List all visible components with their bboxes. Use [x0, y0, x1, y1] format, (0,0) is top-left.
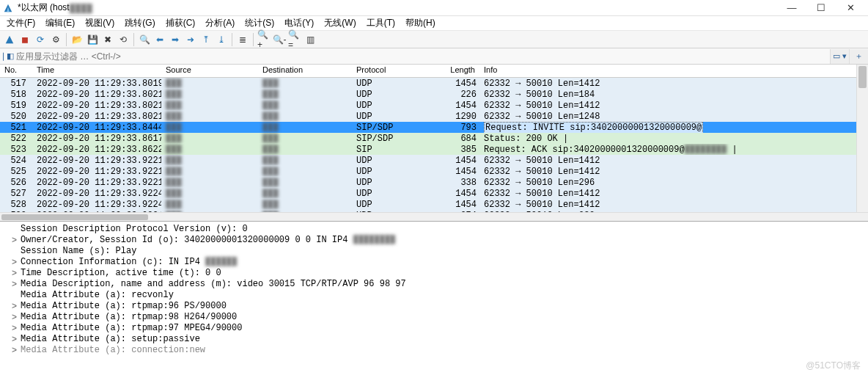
menu-bar: 文件(F) 编辑(E) 视图(V) 跳转(G) 捕获(C) 分析(A) 统计(S…	[0, 16, 868, 31]
start-capture-icon[interactable]	[2, 32, 17, 47]
cell-len: 1454	[399, 199, 479, 210]
expand-icon[interactable]: >	[12, 301, 21, 311]
cell-no: 522	[0, 133, 32, 144]
detail-line[interactable]: >Owner/Creator, Session Id (o): 34020000…	[0, 234, 868, 245]
col-header-source[interactable]: Source	[161, 65, 258, 77]
cell-time: 2022-09-20 11:29:33.802148	[32, 100, 161, 111]
cell-info: 62332 → 50010 Len=1248	[479, 111, 868, 122]
stop-capture-icon[interactable]: ◼	[18, 32, 32, 47]
reload-icon[interactable]: ⟲	[116, 32, 130, 47]
table-row[interactable]: 5292022-09-20 11:29:33.922448██████UDP27…	[0, 210, 868, 212]
menu-view[interactable]: 视图(V)	[80, 15, 119, 31]
zoom-reset-icon[interactable]: 🔍=	[287, 32, 302, 47]
watermark: @51CTO博客	[806, 360, 861, 372]
cell-no: 525	[0, 166, 32, 177]
menu-capture[interactable]: 捕获(C)	[161, 15, 201, 31]
cell-dst: ███	[258, 155, 352, 166]
cell-no: 523	[0, 144, 32, 155]
cell-src: ███	[161, 111, 258, 122]
detail-line[interactable]: Session Description Protocol Version (v)…	[0, 223, 868, 234]
display-filter-input[interactable]	[13, 49, 830, 64]
expand-icon[interactable]: >	[12, 345, 21, 355]
table-row[interactable]: 5192022-09-20 11:29:33.802148██████UDP14…	[0, 100, 868, 111]
table-row[interactable]: 5232022-09-20 11:29:33.862225██████SIP38…	[0, 144, 868, 155]
capture-options-icon[interactable]: ⚙	[48, 32, 63, 47]
go-last-icon[interactable]: ⤓	[214, 32, 229, 47]
table-row[interactable]: 5172022-09-20 11:29:33.801919██████UDP14…	[0, 78, 868, 89]
table-row[interactable]: 5252022-09-20 11:29:33.922165██████UDP14…	[0, 166, 868, 177]
expand-icon[interactable]: >	[12, 235, 21, 245]
cell-proto: SIP/SDP	[352, 133, 399, 144]
close-file-icon[interactable]: ✖	[100, 32, 115, 47]
open-file-icon[interactable]: 📂	[70, 32, 84, 47]
col-header-dest[interactable]: Destination	[258, 65, 352, 77]
expand-icon[interactable]: >	[12, 268, 21, 278]
cell-len: 1454	[399, 155, 479, 166]
go-forward-icon[interactable]: ➡	[168, 32, 183, 47]
col-header-length[interactable]: Length	[399, 65, 479, 77]
expand-icon[interactable]: >	[12, 334, 21, 344]
vertical-scroll-thumb[interactable]	[858, 66, 867, 88]
detail-line[interactable]: >Media Description, name and address (m)…	[0, 278, 868, 289]
detail-line[interactable]: Media Attribute (a): recvonly	[0, 289, 868, 300]
expand-icon[interactable]: >	[12, 312, 21, 322]
add-filter-button[interactable]: ＋	[849, 49, 868, 64]
autoscroll-icon[interactable]: ≣	[235, 32, 250, 47]
detail-line[interactable]: >Media Attribute (a): setup:passive	[0, 333, 868, 344]
packet-list-header: No. Time Source Destination Protocol Len…	[0, 65, 868, 78]
table-row[interactable]: 5282022-09-20 11:29:33.922447██████UDP14…	[0, 199, 868, 210]
menu-tools[interactable]: 工具(T)	[361, 15, 400, 31]
expand-icon[interactable]: >	[12, 323, 21, 333]
table-row[interactable]: 5242022-09-20 11:29:33.922145██████UDP14…	[0, 155, 868, 166]
table-row[interactable]: 5212022-09-20 11:29:33.844465██████SIP/S…	[0, 122, 868, 133]
horizontal-scroll-thumb[interactable]	[1, 214, 148, 220]
col-header-time[interactable]: Time	[32, 65, 161, 77]
go-back-icon[interactable]: ⬅	[152, 32, 167, 47]
cell-src: ███	[161, 166, 258, 177]
detail-line[interactable]: >Media Attribute (a): connection:new	[0, 344, 868, 355]
save-file-icon[interactable]: 💾	[85, 32, 100, 47]
detail-line[interactable]: >Time Description, active time (t): 0 0	[0, 267, 868, 278]
expression-button[interactable]: ▭ ▾	[830, 49, 849, 64]
expand-icon[interactable]: >	[12, 257, 21, 267]
expand-icon[interactable]: >	[12, 279, 21, 289]
table-row[interactable]: 5202022-09-20 11:29:33.802165██████UDP12…	[0, 111, 868, 122]
close-button[interactable]: ✕	[836, 0, 865, 16]
vertical-scrollbar[interactable]	[856, 65, 868, 212]
menu-analyze[interactable]: 分析(A)	[200, 15, 240, 31]
menu-edit[interactable]: 编辑(E)	[40, 15, 80, 31]
col-header-proto[interactable]: Protocol	[352, 65, 399, 77]
table-row[interactable]: 5222022-09-20 11:29:33.861747██████SIP/S…	[0, 133, 868, 144]
find-icon[interactable]: 🔍	[137, 32, 152, 47]
zoom-out-icon[interactable]: 🔍-	[272, 32, 287, 47]
detail-line[interactable]: >Media Attribute (a): rtpmap:97 MPEG4/90…	[0, 322, 868, 333]
restart-capture-icon[interactable]: ⟳	[33, 32, 48, 47]
detail-line[interactable]: >Media Attribute (a): rtpmap:96 PS/90000	[0, 300, 868, 311]
col-header-no[interactable]: No.	[0, 65, 32, 77]
zoom-in-icon[interactable]: 🔍+	[257, 32, 271, 47]
packet-list-body[interactable]: 5172022-09-20 11:29:33.801919██████UDP14…	[0, 78, 868, 212]
cell-no: 528	[0, 199, 32, 210]
bookmark-filter-icon[interactable]: ❘◧	[0, 51, 13, 61]
table-row[interactable]: 5262022-09-20 11:29:33.922167██████UDP33…	[0, 177, 868, 188]
horizontal-scrollbar[interactable]	[0, 212, 868, 221]
table-row[interactable]: 5182022-09-20 11:29:33.802147██████UDP22…	[0, 89, 868, 100]
maximize-button[interactable]: ☐	[806, 0, 836, 16]
resize-columns-icon[interactable]: ▥	[303, 32, 317, 47]
detail-line[interactable]: Session Name (s): Play	[0, 245, 868, 256]
menu-help[interactable]: 帮助(H)	[400, 15, 441, 31]
cell-time: 2022-09-20 11:29:33.922448	[32, 210, 161, 212]
cell-no: 527	[0, 188, 32, 199]
table-row[interactable]: 5272022-09-20 11:29:33.922445██████UDP14…	[0, 188, 868, 199]
detail-line[interactable]: >Connection Information (c): IN IP4 ████…	[0, 256, 868, 267]
menu-file[interactable]: 文件(F)	[1, 15, 40, 31]
go-first-icon[interactable]: ⤒	[199, 32, 213, 47]
menu-wireless[interactable]: 无线(W)	[319, 15, 361, 31]
menu-go[interactable]: 跳转(G)	[119, 15, 160, 31]
col-header-info[interactable]: Info	[479, 65, 868, 77]
go-to-packet-icon[interactable]: ➜	[183, 32, 198, 47]
detail-line[interactable]: >Media Attribute (a): rtpmap:98 H264/900…	[0, 311, 868, 322]
cell-no: 518	[0, 89, 32, 100]
minimize-button[interactable]: —	[777, 0, 806, 16]
packet-details-pane[interactable]: Session Description Protocol Version (v)…	[0, 222, 868, 361]
